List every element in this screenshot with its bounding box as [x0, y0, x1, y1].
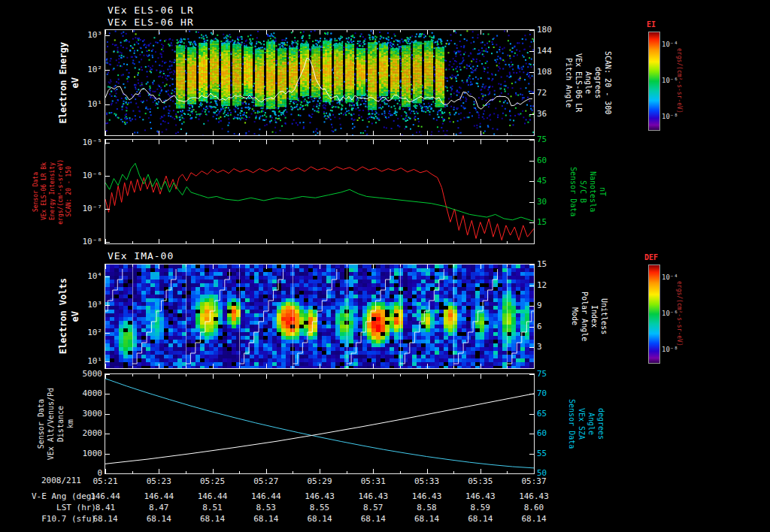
axis-label-line: SCAN: 20 - 300: [604, 51, 612, 114]
time-tick-label: 05:25: [190, 476, 235, 486]
data-row-value: 146.43: [297, 491, 342, 501]
panel1-title-hr: VEx ELS-06 HR: [108, 17, 194, 28]
right-axis-tick-label: 75: [537, 135, 570, 144]
axis-label-line: Sensor Data: [32, 172, 39, 212]
data-row-value: 146.43: [458, 491, 503, 501]
axis-label-line: Sensor Data: [568, 399, 576, 449]
axis-label-line: degrees: [594, 67, 602, 98]
data-row-value: 68.14: [297, 514, 342, 524]
data-row-value: 68.14: [244, 514, 289, 524]
data-row-value: 146.43: [350, 491, 396, 501]
axis-label-line: eV: [70, 77, 80, 88]
right-axis-tick-label: 36: [537, 109, 570, 119]
right-axis-tick-label: 72: [537, 88, 570, 98]
y-axis-tick-label: 10⁻⁵: [66, 138, 102, 147]
right-axis-tick-label: 15: [537, 259, 570, 269]
right-axis-tick-label: 12: [537, 280, 570, 290]
colorbar-def-title: DEF: [644, 253, 658, 261]
data-row-value: 8.53: [244, 503, 289, 512]
right-axis-tick-label: 3: [537, 342, 570, 352]
panel1-right-axis-label: Pitch AngleVEx ELS-06 LRAngledegreesSCAN…: [564, 30, 613, 135]
axis-label-line: Mode: [571, 307, 579, 325]
y-axis-tick-label: 1000: [66, 449, 102, 458]
axis-label-line: eV: [70, 311, 80, 322]
right-axis-tick-label: 15: [537, 217, 570, 227]
panel4-right-axis-label: Sensor DataVEx SZAAngledegrees: [567, 374, 606, 473]
y-axis-tick-label: 10⁻⁶: [66, 171, 102, 180]
data-row-value: 8.51: [190, 503, 235, 512]
data-row-value: 68.14: [405, 514, 450, 524]
colorbar-tick-label: 10⁻⁸: [662, 346, 678, 353]
axis-label-line: Angle: [584, 71, 593, 94]
els-spectrogram-plot-area: [105, 30, 534, 135]
panel2-right-axis-label: Sensor DataS/C BNanoteslanT: [568, 140, 608, 243]
data-row-value: 8.41: [83, 503, 128, 512]
colorbar-tick-label: 10⁻⁴: [662, 41, 678, 48]
data-row-value: 8.60: [511, 503, 556, 512]
axis-label-line: VEx ELS-06 LR Bk: [41, 162, 47, 220]
y-axis-tick-label: 4000: [66, 388, 102, 398]
panel3-title-ima: VEx IMA-00: [108, 250, 174, 261]
y-axis-tick-label: 2000: [66, 428, 102, 438]
axis-label-line: nT: [599, 187, 607, 196]
axis-label-line: Electron Volts: [58, 278, 68, 354]
data-row-value: 146.44: [83, 491, 128, 501]
right-axis-tick-label: 60: [537, 428, 570, 438]
panel1-left-axis-label: Electron EnergyeV: [57, 30, 81, 135]
right-axis-tick-label: 55: [537, 449, 570, 458]
colorbar-def: [648, 264, 660, 364]
right-axis-tick-label: 65: [537, 409, 570, 419]
y-axis-tick-label: 10⁴: [66, 271, 102, 281]
right-axis-tick-label: 30: [537, 197, 570, 207]
time-tick-label: 05:23: [136, 476, 181, 486]
data-row-value: 68.14: [136, 514, 181, 524]
y-axis-tick-label: 10³: [66, 300, 102, 310]
time-tick-label: 05:33: [405, 476, 450, 486]
axis-label-line: VEx Alt/Venus/Pd: [47, 388, 55, 460]
axis-label-line: Nanotesla: [589, 171, 597, 212]
colorbar-tick-label: 10⁻⁶: [662, 310, 678, 317]
colorbar-tick-label: 10⁻⁸: [662, 113, 678, 120]
data-row-value: 68.14: [350, 514, 396, 524]
y-axis-tick-label: 10¹: [66, 99, 102, 109]
data-row-value: 68.14: [83, 514, 128, 524]
time-tick-label: 05:21: [83, 476, 128, 486]
colorbar-ei-gradient: [649, 32, 659, 130]
axis-label-line: Pitch Angle: [565, 58, 573, 107]
data-row-value: 8.57: [350, 503, 396, 512]
ima-spectrogram-frame: [105, 264, 535, 369]
els-spectrogram-frame: [105, 29, 535, 136]
right-axis-tick-label: 6: [537, 322, 570, 331]
y-axis-tick-label: 3000: [66, 409, 102, 419]
axis-label-line: Index: [590, 305, 599, 328]
y-axis-tick-label: 10²: [66, 328, 102, 337]
colorbar-tick-label: 10⁻⁴: [662, 274, 678, 281]
ima-spectrogram-plot-area: [105, 264, 534, 368]
axis-label-line: ergs/(cm²-s-sr-eV): [57, 159, 64, 225]
right-axis-tick-label: 75: [537, 369, 570, 379]
data-row-value: 68.14: [458, 514, 503, 524]
axis-label-line: Distance: [56, 406, 65, 442]
data-row-value: 146.44: [244, 491, 289, 501]
colorbar-ei: [648, 32, 660, 131]
time-tick-label: 05:27: [244, 476, 289, 486]
data-row-value: 8.55: [297, 503, 342, 512]
y-axis-tick-label: 5000: [66, 369, 102, 379]
colorbar-ei-title: EI: [647, 20, 656, 29]
axis-label-line: Polar Angle: [581, 292, 589, 341]
time-tick-label: 05:31: [350, 476, 396, 486]
axis-label-line: Energy Intensity: [49, 162, 56, 220]
data-row-value: 8.47: [136, 503, 181, 512]
right-axis-tick-label: 144: [537, 46, 570, 56]
right-axis-tick-label: 9: [537, 301, 570, 310]
data-row-value: 146.43: [511, 491, 556, 501]
orbit-geometry-plot-area: [105, 374, 534, 473]
els-bk-field-frame: [105, 139, 535, 244]
time-tick-label: 05:37: [511, 476, 556, 486]
right-axis-tick-label: 180: [537, 25, 570, 35]
axis-label-line: S/C B: [579, 180, 587, 203]
vex-orbit-summary-plot: VEx ELS-06 LR VEx ELS-06 HR VEx IMA-00 E…: [0, 0, 770, 532]
right-axis-tick-label: 70: [537, 388, 570, 398]
colorbar-tick-label: 10⁻⁶: [662, 77, 678, 84]
colorbar-def-gradient: [649, 265, 659, 363]
